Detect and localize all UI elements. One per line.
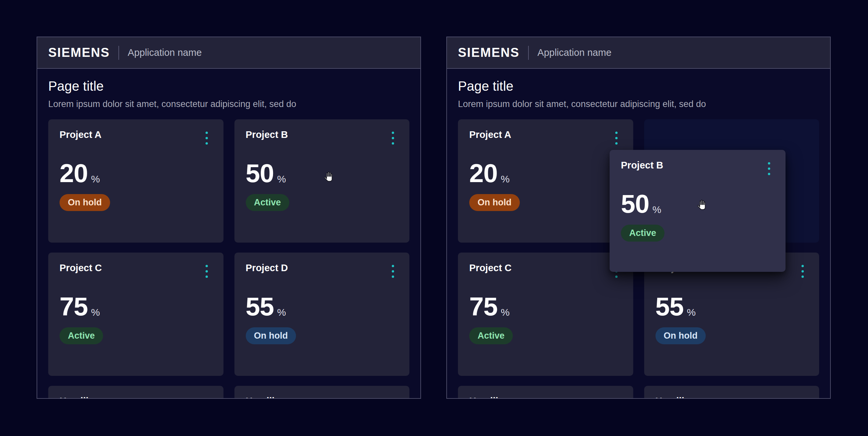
- app-panel-dragging: SIEMENS Application name Page title Lore…: [446, 37, 831, 399]
- kebab-menu-icon[interactable]: [386, 129, 399, 146]
- app-header: SIEMENS Application name: [37, 37, 421, 69]
- project-card-a[interactable]: Project A 20 % On hold: [458, 119, 633, 243]
- card-title: Project D: [246, 263, 398, 273]
- metric-value: 50: [246, 162, 274, 185]
- metric: 50 %: [246, 162, 398, 185]
- status-badge: Active: [60, 327, 103, 344]
- card-title: Headline: [246, 396, 398, 398]
- metric-unit: %: [652, 205, 661, 215]
- card-title: Project B: [621, 160, 774, 171]
- kebab-menu-icon[interactable]: [610, 396, 623, 398]
- kebab-menu-icon[interactable]: [762, 160, 776, 177]
- project-card-b-dragged[interactable]: Project B 50 % Active: [610, 150, 785, 272]
- card-grid: Project A 20 % On hold Project B 50 % Ac…: [48, 119, 409, 398]
- metric: 75 %: [469, 295, 622, 318]
- project-card-partial[interactable]: Headline: [48, 386, 223, 398]
- metric-value: 20: [60, 162, 88, 185]
- application-name: Application name: [537, 47, 611, 58]
- metric-unit: %: [277, 174, 286, 184]
- status-badge: On hold: [246, 327, 296, 344]
- metric-unit: %: [687, 307, 696, 317]
- status-badge: Active: [469, 327, 513, 344]
- card-title: Project C: [469, 263, 622, 273]
- project-card-partial[interactable]: Headline: [644, 386, 819, 398]
- card-title: Project A: [469, 129, 622, 140]
- metric: 75 %: [60, 295, 212, 318]
- metric-value: 55: [246, 295, 274, 318]
- metric: 55 %: [246, 295, 398, 318]
- card-title: Headline: [60, 396, 212, 398]
- metric: 50 %: [621, 192, 774, 215]
- project-card-a[interactable]: Project A 20 % On hold: [48, 119, 223, 243]
- app-panel-normal: SIEMENS Application name Page title Lore…: [37, 37, 421, 399]
- kebab-menu-icon[interactable]: [386, 396, 399, 398]
- metric-unit: %: [501, 307, 510, 317]
- metric-unit: %: [501, 174, 510, 184]
- metric: 20 %: [469, 162, 622, 185]
- metric: 20 %: [60, 162, 212, 185]
- kebab-menu-icon[interactable]: [200, 396, 214, 398]
- metric-value: 75: [60, 295, 88, 318]
- metric-unit: %: [91, 174, 100, 184]
- project-card-partial[interactable]: Headline: [458, 386, 633, 398]
- page-title: Page title: [458, 78, 819, 94]
- kebab-menu-icon[interactable]: [200, 129, 214, 146]
- card-title: Project A: [60, 129, 212, 140]
- metric-unit: %: [277, 307, 286, 317]
- page-title: Page title: [48, 78, 409, 94]
- status-badge: On hold: [60, 194, 110, 211]
- metric-value: 50: [621, 192, 649, 215]
- siemens-logo: SIEMENS: [458, 45, 520, 60]
- card-title: Headline: [655, 396, 808, 398]
- kebab-menu-icon[interactable]: [200, 263, 214, 280]
- kebab-menu-icon[interactable]: [796, 396, 809, 398]
- status-badge: Active: [246, 194, 289, 211]
- panel-body: Page title Lorem ipsum dolor sit amet, c…: [37, 69, 421, 398]
- status-badge: On hold: [655, 327, 706, 344]
- kebab-menu-icon[interactable]: [610, 129, 623, 146]
- kebab-menu-icon[interactable]: [796, 263, 809, 280]
- metric-unit: %: [91, 307, 100, 317]
- metric: 55 %: [655, 295, 808, 318]
- app-header: SIEMENS Application name: [447, 37, 830, 69]
- project-card-b[interactable]: Project B 50 % Active: [235, 119, 410, 243]
- project-card-c[interactable]: Project C 75 % Active: [458, 253, 633, 376]
- status-badge: Active: [621, 225, 664, 242]
- page-subtitle: Lorem ipsum dolor sit amet, consectetur …: [458, 99, 819, 109]
- project-card-d[interactable]: Project D 55 % On hold: [235, 253, 410, 376]
- metric-value: 55: [655, 295, 684, 318]
- card-title: Project B: [246, 129, 398, 140]
- status-badge: On hold: [469, 194, 520, 211]
- metric-value: 75: [469, 295, 498, 318]
- card-title: Project C: [60, 263, 212, 273]
- application-name: Application name: [128, 47, 202, 58]
- project-card-c[interactable]: Project C 75 % Active: [48, 253, 223, 376]
- siemens-logo: SIEMENS: [48, 45, 110, 60]
- kebab-menu-icon[interactable]: [386, 263, 399, 280]
- metric-value: 20: [469, 162, 498, 185]
- page-subtitle: Lorem ipsum dolor sit amet, consectetur …: [48, 99, 409, 109]
- header-divider: [528, 46, 529, 60]
- header-divider: [118, 46, 119, 60]
- project-card-partial[interactable]: Headline: [235, 386, 410, 398]
- card-title: Headline: [469, 396, 622, 398]
